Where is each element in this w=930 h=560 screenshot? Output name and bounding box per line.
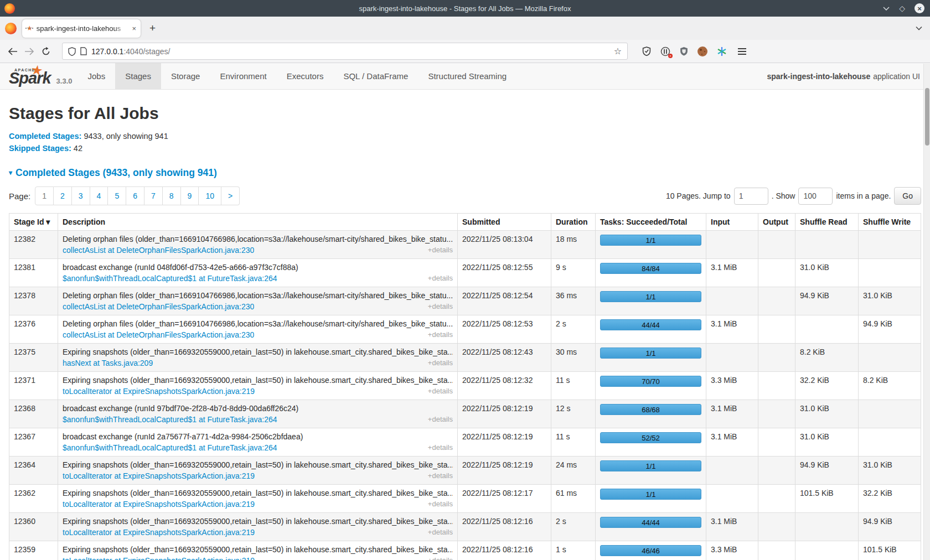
completed-stages-link[interactable]: Completed Stages:: [9, 132, 81, 141]
tasks-cell: 1/1: [596, 457, 706, 485]
stage-detail-link[interactable]: toLocalIterator at ExpireSnapshotsSparkA…: [63, 387, 255, 396]
col-header-duration[interactable]: Duration: [551, 214, 596, 231]
page-button-4[interactable]: 4: [90, 186, 108, 205]
nav-item-sql-dataframe[interactable]: SQL / DataFrame: [333, 63, 418, 89]
back-icon[interactable]: [4, 48, 21, 55]
stage-id-cell: 12368: [9, 400, 58, 428]
nav-items: JobsStagesStorageEnvironmentExecutorsSQL…: [78, 63, 517, 89]
multi-account-extension-icon[interactable]: ×: [660, 46, 670, 56]
nav-item-structured-streaming[interactable]: Structured Streaming: [418, 63, 516, 89]
page-button-6[interactable]: 6: [126, 186, 144, 205]
page-button-2[interactable]: 2: [54, 186, 72, 205]
window-minimize-icon[interactable]: [883, 6, 890, 11]
stage-detail-link[interactable]: $anonfun$withThreadLocalCaptured$1 at Fu…: [63, 443, 277, 452]
url-text: 127.0.0.1:4040/stages/: [91, 47, 609, 56]
submitted-cell: 2022/11/25 08:12:16: [458, 513, 551, 541]
page-scrollbar[interactable]: [923, 64, 930, 560]
details-toggle[interactable]: +details: [423, 330, 453, 339]
stage-detail-link[interactable]: $anonfun$withThreadLocalCaptured$1 at Fu…: [63, 415, 277, 424]
completed-stages-section-toggle[interactable]: ▾Completed Stages (9433, only showing 94…: [9, 167, 921, 179]
duration-cell: 18 ms: [551, 231, 596, 259]
nav-item-environment[interactable]: Environment: [210, 63, 276, 89]
ublock-shield-extension-icon[interactable]: [680, 46, 688, 56]
page-button-1[interactable]: 1: [35, 186, 54, 205]
shuffle-read-cell: [795, 231, 859, 259]
tab-close-icon[interactable]: ×: [132, 24, 136, 33]
stage-detail-link[interactable]: collectAsList at DeleteOrphanFilesSparkA…: [63, 246, 254, 255]
details-toggle[interactable]: +details: [423, 415, 453, 424]
output-cell: [758, 457, 795, 485]
tasks-progress-bar: 84/84: [600, 263, 701, 274]
window-close-icon[interactable]: ×: [914, 3, 924, 13]
col-header-input[interactable]: Input: [706, 214, 758, 231]
details-toggle[interactable]: +details: [423, 274, 453, 283]
details-toggle[interactable]: +details: [423, 246, 453, 255]
privacy-shield-extension-icon[interactable]: [642, 46, 651, 56]
jump-to-page-input[interactable]: [734, 188, 768, 205]
page-button-10[interactable]: 10: [199, 186, 221, 205]
window-maximize-icon[interactable]: ◇: [899, 4, 905, 12]
stage-detail-link[interactable]: toLocalIterator at ExpireSnapshotsSparkA…: [63, 556, 255, 560]
page-info-icon[interactable]: [80, 47, 87, 55]
col-header-stage-id[interactable]: Stage Id ▾: [9, 214, 58, 231]
details-toggle[interactable]: +details: [423, 528, 453, 537]
go-button[interactable]: Go: [894, 187, 921, 205]
details-toggle[interactable]: +details: [423, 556, 453, 560]
col-header-description[interactable]: Description: [58, 214, 458, 231]
stage-detail-link[interactable]: toLocalIterator at ExpireSnapshotsSparkA…: [63, 471, 255, 480]
details-toggle[interactable]: +details: [423, 387, 453, 396]
page-button-8[interactable]: 8: [163, 186, 181, 205]
col-header-tasks[interactable]: Tasks: Succeeded/Total: [596, 214, 706, 231]
page-button-7[interactable]: 7: [144, 186, 163, 205]
stage-id-cell: 12371: [9, 372, 58, 400]
stage-detail-link[interactable]: toLocalIterator at ExpireSnapshotsSparkA…: [63, 528, 255, 537]
table-row: 12360 Expiring snapshots (older_than=166…: [9, 513, 921, 541]
tab-list-chevron-icon[interactable]: [916, 26, 922, 30]
bookmark-star-icon[interactable]: ☆: [614, 46, 622, 56]
pages-summary: 10 Pages. Jump to: [666, 191, 731, 200]
nav-item-executors[interactable]: Executors: [277, 63, 334, 89]
cookie-extension-icon[interactable]: [698, 46, 707, 56]
stage-detail-link[interactable]: collectAsList at DeleteOrphanFilesSparkA…: [63, 302, 254, 311]
details-toggle[interactable]: +details: [423, 471, 453, 480]
col-header-shuffle-write[interactable]: Shuffle Write: [859, 214, 921, 231]
browser-tab[interactable]: ★ spark-ingest-into-lakehous ×: [22, 19, 141, 38]
details-toggle[interactable]: +details: [423, 443, 453, 452]
forward-icon[interactable]: [21, 48, 38, 55]
nav-item-jobs[interactable]: Jobs: [78, 63, 116, 89]
stage-detail-link[interactable]: $anonfun$withThreadLocalCaptured$1 at Fu…: [63, 274, 277, 283]
col-header-submitted[interactable]: Submitted: [458, 214, 551, 231]
col-header-output[interactable]: Output: [758, 214, 795, 231]
shuffle-read-cell: 94.9 KiB: [795, 287, 859, 315]
new-tab-button[interactable]: +: [149, 22, 156, 34]
browser-tab-bar: ★ spark-ingest-into-lakehous × +: [0, 17, 930, 40]
reload-icon[interactable]: [38, 47, 54, 56]
page-button-3[interactable]: 3: [72, 186, 90, 205]
page-button-9[interactable]: 9: [181, 186, 199, 205]
scrollbar-thumb[interactable]: [925, 88, 929, 146]
details-toggle[interactable]: +details: [423, 302, 453, 311]
items-per-page-input[interactable]: [798, 188, 833, 205]
menu-hamburger-icon[interactable]: [738, 48, 746, 55]
col-header-shuffle-read[interactable]: Shuffle Read: [795, 214, 859, 231]
spark-logo: APACHE Spark ★ 3.3.0: [0, 63, 78, 89]
skipped-stages-link[interactable]: Skipped Stages:: [9, 144, 71, 153]
tracking-shield-icon[interactable]: [68, 47, 76, 56]
window-title: spark-ingest-into-lakehouse - Stages for…: [0, 4, 930, 13]
duration-cell: 1 s: [551, 541, 596, 560]
nav-item-storage[interactable]: Storage: [161, 63, 210, 89]
colorful-asterisk-extension-icon[interactable]: [717, 46, 727, 56]
next-page-button[interactable]: >: [221, 186, 240, 205]
nav-item-stages[interactable]: Stages: [115, 63, 161, 89]
stage-detail-link[interactable]: collectAsList at DeleteOrphanFilesSparkA…: [63, 330, 254, 339]
stage-detail-link[interactable]: hasNext at Tasks.java:209: [63, 359, 153, 367]
spark-nav-bar: APACHE Spark ★ 3.3.0 JobsStagesStorageEn…: [0, 63, 930, 90]
stage-detail-link[interactable]: toLocalIterator at ExpireSnapshotsSparkA…: [63, 500, 255, 509]
shuffle-read-cell: [795, 513, 859, 541]
firefox-view-icon[interactable]: [5, 23, 17, 34]
shuffle-write-cell: 31.0 KiB: [859, 287, 921, 315]
page-button-5[interactable]: 5: [108, 186, 126, 205]
details-toggle[interactable]: +details: [423, 359, 453, 367]
details-toggle[interactable]: +details: [423, 500, 453, 509]
url-bar-input[interactable]: 127.0.0.1:4040/stages/ ☆: [62, 43, 628, 60]
